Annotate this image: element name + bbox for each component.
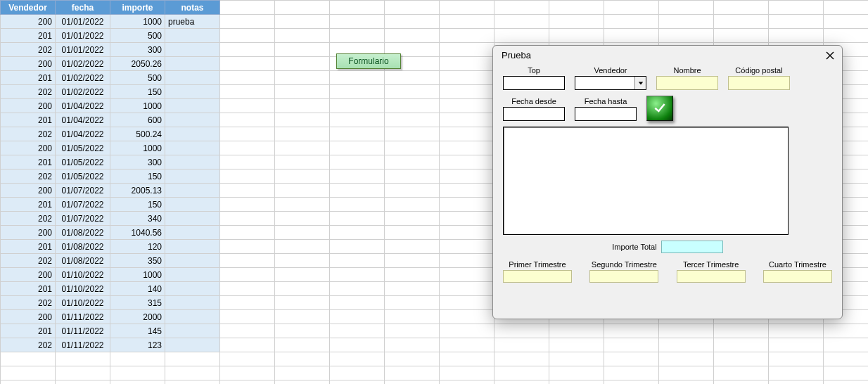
header-importe[interactable]: importe [110, 1, 165, 15]
cell-i[interactable]: 340 [110, 212, 165, 226]
cell-f[interactable]: 01/10/2022 [56, 282, 110, 296]
cell-n[interactable] [165, 226, 220, 240]
cell-n[interactable] [165, 310, 220, 324]
cell-v[interactable]: 200 [1, 15, 56, 29]
cell-n[interactable] [165, 99, 220, 113]
cell-v[interactable]: 200 [1, 141, 56, 155]
cell-i[interactable]: 2000 [110, 310, 165, 324]
cell-i[interactable]: 600 [110, 113, 165, 127]
cell-v[interactable]: 201 [1, 29, 56, 43]
cell-v[interactable]: 201 [1, 71, 56, 85]
cell-n[interactable] [165, 29, 220, 43]
cell-n[interactable] [165, 85, 220, 99]
cell-v[interactable]: 202 [1, 296, 56, 310]
cell-n[interactable] [165, 71, 220, 85]
cell-i[interactable]: 150 [110, 169, 165, 184]
cell-i[interactable]: 350 [110, 254, 165, 268]
vendedor-combo[interactable] [575, 76, 646, 90]
cell-i[interactable]: 1000 [110, 141, 165, 155]
cell-n[interactable] [165, 127, 220, 141]
cell-i[interactable]: 500.24 [110, 127, 165, 141]
cell-v[interactable]: 202 [1, 43, 56, 57]
cell-f[interactable]: 01/01/2022 [56, 15, 110, 29]
cell-v[interactable]: 200 [1, 57, 56, 71]
cell-i[interactable]: 1000 [110, 99, 165, 113]
cell-f[interactable]: 01/02/2022 [56, 57, 110, 71]
cell-v[interactable]: 200 [1, 268, 56, 282]
cell-f[interactable]: 01/02/2022 [56, 71, 110, 85]
cell-v[interactable]: 201 [1, 324, 56, 338]
cell-f[interactable]: 01/05/2022 [56, 141, 110, 155]
cell-n[interactable] [165, 254, 220, 268]
cell-v[interactable]: 202 [1, 127, 56, 141]
close-icon[interactable] [825, 51, 835, 60]
cell-n[interactable] [165, 338, 220, 352]
ok-button[interactable] [646, 96, 673, 121]
cell-i[interactable]: 500 [110, 71, 165, 85]
cell-n[interactable] [165, 57, 220, 71]
cell-v[interactable]: 202 [1, 338, 56, 352]
cell-i[interactable]: 300 [110, 43, 165, 57]
cell-v[interactable]: 201 [1, 240, 56, 254]
fecha-desde-input[interactable] [503, 107, 565, 121]
cell-n[interactable] [165, 43, 220, 57]
header-fecha[interactable]: fecha [56, 1, 110, 15]
cell-f[interactable]: 01/07/2022 [56, 198, 110, 212]
cell-i[interactable]: 1000 [110, 268, 165, 282]
cell-v[interactable]: 200 [1, 99, 56, 113]
header-vendedor[interactable]: Vendedor [1, 1, 56, 15]
cell-f[interactable]: 01/07/2022 [56, 184, 110, 198]
cell-n[interactable] [165, 184, 220, 198]
cell-i[interactable]: 2005.13 [110, 184, 165, 198]
cell-i[interactable]: 500 [110, 29, 165, 43]
cell-i[interactable]: 300 [110, 155, 165, 169]
cell-i[interactable]: 123 [110, 338, 165, 352]
top-input[interactable] [503, 76, 565, 90]
cell-f[interactable]: 01/05/2022 [56, 155, 110, 169]
cell-n[interactable] [165, 296, 220, 310]
results-listbox[interactable] [503, 127, 789, 235]
cell-f[interactable]: 01/11/2022 [56, 324, 110, 338]
cell-f[interactable]: 01/08/2022 [56, 240, 110, 254]
cell-i[interactable]: 315 [110, 296, 165, 310]
cell-f[interactable]: 01/08/2022 [56, 226, 110, 240]
cell-i[interactable]: 120 [110, 240, 165, 254]
cell-f[interactable]: 01/04/2022 [56, 127, 110, 141]
cell-f[interactable]: 01/04/2022 [56, 99, 110, 113]
cell-f[interactable]: 01/01/2022 [56, 29, 110, 43]
blank-cell[interactable] [220, 1, 275, 15]
cell-n[interactable] [165, 113, 220, 127]
cell-v[interactable]: 202 [1, 85, 56, 99]
cell-n[interactable] [165, 324, 220, 338]
cell-v[interactable]: 200 [1, 310, 56, 324]
cell-n[interactable] [165, 198, 220, 212]
cell-i[interactable]: 2050.26 [110, 57, 165, 71]
cell-i[interactable]: 140 [110, 282, 165, 296]
cell-v[interactable]: 202 [1, 254, 56, 268]
cell-f[interactable]: 01/05/2022 [56, 169, 110, 184]
cell-i[interactable]: 1000 [110, 15, 165, 29]
chevron-down-icon[interactable] [634, 77, 646, 89]
cell-i[interactable]: 150 [110, 198, 165, 212]
header-notas[interactable]: notas [165, 1, 220, 15]
cell-f[interactable]: 01/08/2022 [56, 254, 110, 268]
cell-v[interactable]: 200 [1, 184, 56, 198]
cell-n[interactable] [165, 212, 220, 226]
cell-f[interactable]: 01/04/2022 [56, 113, 110, 127]
cell-n[interactable] [165, 282, 220, 296]
cell-f[interactable]: 01/11/2022 [56, 338, 110, 352]
cell-v[interactable]: 202 [1, 169, 56, 184]
cell-f[interactable]: 01/11/2022 [56, 310, 110, 324]
cell-n[interactable] [165, 268, 220, 282]
cell-f[interactable]: 01/01/2022 [56, 43, 110, 57]
cell-n[interactable] [165, 169, 220, 184]
cell-f[interactable]: 01/10/2022 [56, 268, 110, 282]
cell-f[interactable]: 01/07/2022 [56, 212, 110, 226]
cell-n[interactable] [165, 155, 220, 169]
cell-v[interactable]: 201 [1, 113, 56, 127]
cell-i[interactable]: 150 [110, 85, 165, 99]
cell-v[interactable]: 201 [1, 282, 56, 296]
fecha-hasta-input[interactable] [575, 107, 637, 121]
cell-n[interactable] [165, 240, 220, 254]
cell-v[interactable]: 201 [1, 155, 56, 169]
